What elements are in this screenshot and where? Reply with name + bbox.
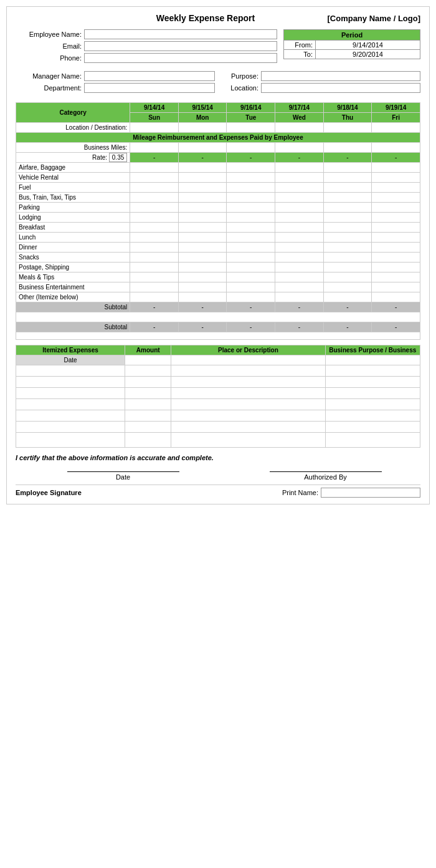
- itemized-table: Itemized Expenses Amount Place or Descri…: [16, 345, 420, 448]
- sub1-fri: -: [372, 302, 420, 312]
- expense-table: Category 9/14/14 9/15/14 9/16/14 9/17/14…: [16, 102, 420, 340]
- miles-wed[interactable]: [275, 143, 324, 153]
- row-lunch: Lunch: [16, 233, 130, 243]
- manager-label: Manager Name:: [16, 72, 84, 80]
- miles-sun[interactable]: [130, 143, 179, 153]
- subtotal-row-1: Subtotal - - - - - -: [16, 302, 420, 312]
- list-item: [16, 410, 420, 422]
- row-parking: Parking: [16, 203, 130, 213]
- subtotal-label-1: Subtotal: [16, 302, 130, 312]
- rate-value[interactable]: 0.35: [109, 153, 127, 162]
- date-sig-line: Date: [67, 471, 179, 481]
- dept-label: Department:: [16, 84, 84, 92]
- signature-section: Date Authorized By: [16, 471, 420, 481]
- day-2: Tue: [227, 113, 275, 123]
- sub2-sun: -: [130, 322, 179, 332]
- purpose-label: Purpose:: [221, 72, 261, 80]
- table-row: Vehicle Rental: [16, 173, 420, 183]
- list-item: [16, 399, 420, 410]
- subtotal-row-2: Subtotal - - - - - -: [16, 322, 420, 332]
- from-label: From:: [284, 41, 315, 49]
- employee-name-label: Employee Name:: [16, 31, 84, 38]
- table-row: Breakfast: [16, 223, 420, 233]
- sub2-thu: -: [323, 322, 372, 332]
- print-name-input[interactable]: [321, 488, 420, 498]
- subtotal-label-2: Subtotal: [16, 322, 130, 332]
- location-wed[interactable]: [275, 123, 324, 133]
- row-bus: Bus, Train, Taxi, Tips: [16, 193, 130, 203]
- location-input[interactable]: [261, 83, 420, 93]
- place-header: Place or Description: [171, 345, 325, 355]
- location-thu[interactable]: [323, 123, 372, 133]
- miles-tue[interactable]: [227, 143, 275, 153]
- table-row: Other (Itemize below): [16, 292, 420, 302]
- row-postage: Postage, Shipping: [16, 263, 130, 272]
- rate-fri: -: [372, 153, 420, 163]
- table-row: Dinner: [16, 243, 420, 253]
- miles-thu[interactable]: [323, 143, 372, 153]
- location-tue[interactable]: [227, 123, 275, 133]
- row-snacks: Snacks: [16, 253, 130, 263]
- manager-input[interactable]: [84, 71, 215, 81]
- table-row: Postage, Shipping: [16, 263, 420, 272]
- date-header: Date: [16, 355, 125, 365]
- row-other: Other (Itemize below): [16, 292, 130, 302]
- email-label: Email:: [16, 42, 84, 50]
- sub1-tue: -: [227, 302, 275, 312]
- rate-tue: -: [227, 153, 275, 163]
- location-destination-label: Location / Destination:: [16, 123, 130, 133]
- to-label: To:: [284, 50, 315, 59]
- rate-wed: -: [275, 153, 324, 163]
- miles-fri[interactable]: [372, 143, 420, 153]
- purpose-input[interactable]: [261, 71, 420, 81]
- authorized-sig-line: Authorized By: [270, 471, 382, 481]
- itemized-header: Itemized Expenses: [16, 345, 125, 355]
- date-0: 9/14/14: [130, 103, 179, 113]
- sub1-mon: -: [178, 302, 227, 312]
- location-fri[interactable]: [372, 123, 420, 133]
- row-airfare: Airfare, Baggage: [16, 163, 130, 173]
- table-row: Bus, Train, Taxi, Tips: [16, 193, 420, 203]
- category-header: Category: [16, 103, 130, 123]
- sub2-fri: -: [372, 322, 420, 332]
- day-0: Sun: [130, 113, 179, 123]
- miles-mon[interactable]: [178, 143, 227, 153]
- row-entertainment: Business Entertainment: [16, 282, 130, 292]
- location-label: Location:: [221, 84, 261, 92]
- sub2-mon: -: [178, 322, 227, 332]
- location-sun[interactable]: [130, 123, 179, 133]
- from-date: 9/14/2014: [315, 41, 420, 49]
- to-date: 9/20/2014: [315, 50, 420, 59]
- email-input[interactable]: [84, 41, 277, 51]
- table-row: Meals & Tips: [16, 272, 420, 282]
- list-item: [16, 433, 420, 448]
- empty-row-2: [16, 332, 420, 340]
- employee-name-input[interactable]: [84, 29, 277, 39]
- empty-row: [16, 312, 420, 322]
- report-title: Weekly Expense Report: [103, 13, 308, 23]
- signature-bottom: Employee Signature Print Name:: [16, 485, 420, 498]
- table-row: Parking: [16, 203, 420, 213]
- date-4: 9/18/14: [323, 103, 372, 113]
- purpose-header: Business Purpose / Business: [325, 345, 420, 355]
- list-item: [16, 377, 420, 388]
- row-vehicle: Vehicle Rental: [16, 173, 130, 183]
- row-dinner: Dinner: [16, 243, 130, 253]
- table-row: Business Entertainment: [16, 282, 420, 292]
- rate-thu: -: [323, 153, 372, 163]
- phone-input[interactable]: [84, 53, 277, 63]
- mileage-header: Mileage Reimbursement and Expenses Paid …: [16, 133, 420, 143]
- date-2: 9/16/14: [227, 103, 275, 113]
- certification-text: I certify that the above information is …: [16, 454, 420, 461]
- sub1-wed: -: [275, 302, 324, 312]
- company-name: [Company Name / Logo]: [308, 14, 420, 23]
- period-box: Period From: 9/14/2014 To: 9/20/2014: [283, 29, 420, 59]
- sub2-wed: -: [275, 322, 324, 332]
- print-name-area: Print Name:: [282, 488, 420, 498]
- row-lodging: Lodging: [16, 213, 130, 223]
- day-1: Mon: [178, 113, 227, 123]
- dept-input[interactable]: [84, 83, 215, 93]
- location-mon[interactable]: [178, 123, 227, 133]
- table-row: Airfare, Baggage: [16, 163, 420, 173]
- table-row: Snacks: [16, 253, 420, 263]
